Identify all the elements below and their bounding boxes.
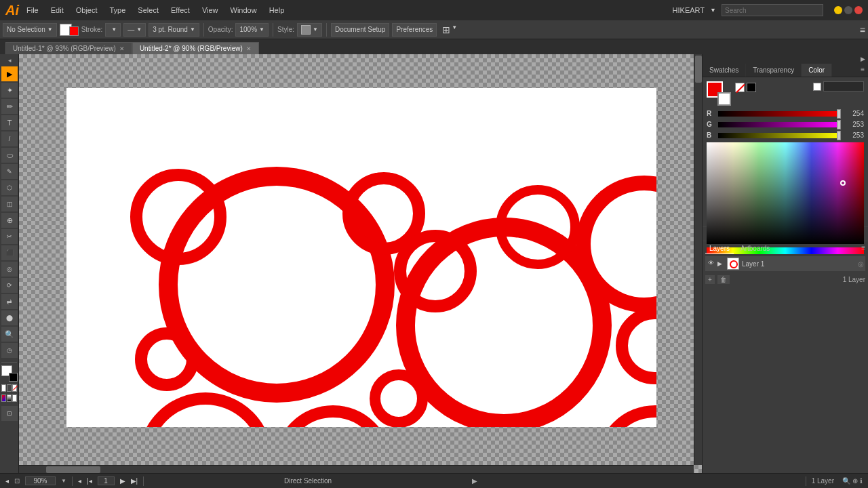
opacity-selector[interactable]: 100% ▼ [235,23,269,37]
weight-selector[interactable]: 3 pt. Round ▼ [149,23,199,37]
preferences-button[interactable]: Preferences [392,23,437,37]
fill-none-icon[interactable] [1,384,6,392]
canvas-area[interactable] [19,54,702,473]
page-input[interactable] [98,476,115,485]
zoom-input[interactable] [25,476,56,485]
status-search-icon[interactable]: 🔍 [842,477,850,485]
color-picker-handle[interactable] [840,180,846,186]
status-play-icon[interactable]: ▶ [472,477,477,485]
status-info-icon[interactable]: ℹ [860,477,863,485]
menu-view[interactable]: View [200,5,220,16]
arrange-dropdown-icon[interactable]: ▼ [452,24,457,35]
none-swatch[interactable] [735,83,745,92]
tool-gradient[interactable]: ◫ [1,197,18,211]
hex-input[interactable]: FEFDFD [823,81,864,92]
tool-blend[interactable]: ⊕ [1,213,18,228]
panel-toggle-icon[interactable]: ≡ [860,24,865,35]
tool-brush[interactable]: ✎ [1,164,18,179]
stroke-selector[interactable]: — ▼ [123,23,146,37]
menu-help[interactable]: Help [267,5,287,16]
menu-edit[interactable]: Edit [49,5,66,16]
right-collapse[interactable]: ▶ [703,54,868,64]
style-dropdown-icon[interactable]: ▼ [313,26,318,33]
close-button[interactable] [854,6,863,14]
r-slider[interactable] [718,111,840,117]
artboard-tool[interactable]: ⊡ [1,406,18,421]
tool-collapse[interactable]: ◂ [1,57,18,65]
opacity-dropdown-icon[interactable]: ▼ [259,26,264,33]
zoom-dropdown-icon[interactable]: ▼ [61,478,66,484]
color-mode-icon[interactable] [1,394,6,402]
tab-color[interactable]: Color [802,64,832,77]
document-setup-button[interactable]: Document Setup [331,23,390,37]
page-nav-last[interactable]: ▶| [131,477,138,485]
tab-swatches[interactable]: Swatches [703,64,746,77]
black-swatch[interactable] [747,83,756,92]
layer-name-label[interactable]: Layer 1 [742,260,855,268]
menu-effect[interactable]: Effect [169,5,192,16]
stroke-selector-dropdown-icon[interactable]: ▼ [136,26,142,33]
tool-direct-select[interactable]: ✦ [1,83,18,98]
tool-shape[interactable]: ⬭ [1,148,18,163]
layer-expand-icon[interactable]: ▶ [717,260,724,267]
gradient-mode-icon[interactable] [7,394,12,402]
menu-file[interactable]: File [24,5,41,16]
selection-dropdown-icon[interactable]: ▼ [47,26,53,33]
b-slider[interactable] [718,133,840,138]
horizontal-scrollbar[interactable] [19,465,694,473]
tool-zoom[interactable]: 🔍 [1,327,18,342]
search-input[interactable] [722,4,823,16]
menu-type[interactable]: Type [108,5,128,16]
layers-add-icon[interactable]: + [705,275,715,284]
layers-tab-artboards[interactable]: Artboards [736,244,774,253]
stroke-color-box[interactable] [717,92,731,106]
style-selector[interactable]: ▼ [297,23,322,37]
menu-window[interactable]: Window [229,5,259,16]
tab-transparency[interactable]: Transparency [746,64,802,77]
tool-warp[interactable]: ⬤ [1,310,18,325]
tool-pen[interactable]: ✏ [1,99,18,114]
tool-line[interactable]: / [1,131,18,146]
tool-column[interactable]: ⬛ [1,245,18,260]
stroke-dropdown[interactable]: ▼ [105,23,121,37]
page-nav-first[interactable]: |◂ [87,477,92,485]
page-nav-left[interactable]: ◂ [78,477,81,485]
menu-object[interactable]: Object [74,5,100,16]
menu-select[interactable]: Select [136,5,161,16]
tab-2[interactable]: Untitled-2* @ 90% (RGB/Preview) ✕ [132,42,259,54]
maximize-button[interactable] [844,6,852,14]
layer-visibility-icon[interactable]: 👁 [707,260,715,268]
tool-type[interactable]: T [1,115,18,130]
page-nav-right[interactable]: ▶ [120,477,125,485]
tool-eyedropper[interactable]: ◷ [1,343,18,358]
arrange-icon[interactable]: ⊞ [442,24,450,35]
vertical-scrollbar[interactable] [694,54,702,465]
app-dropdown-icon[interactable]: ▼ [710,7,716,14]
tool-pie[interactable]: ◎ [1,262,18,277]
none-icon[interactable] [12,384,17,392]
tab-1-close[interactable]: ✕ [119,45,125,52]
tab-2-close[interactable]: ✕ [246,45,252,52]
tool-mesh[interactable]: ⬡ [1,180,18,195]
tool-select[interactable]: ▶ [1,66,18,81]
tool-rotate[interactable]: ⟳ [1,278,18,293]
stroke-color-icon[interactable] [7,384,12,392]
layers-panel-options[interactable]: ≡ [861,244,865,253]
weight-dropdown-icon[interactable]: ▼ [190,26,195,33]
tab-1[interactable]: Untitled-1* @ 93% (RGB/Preview) ✕ [5,42,132,54]
tool-mirror[interactable]: ⇄ [1,294,18,309]
tool-symbol[interactable]: ✂ [1,229,18,244]
layer-target-icon[interactable]: ◎ [858,260,864,268]
stroke-swatch[interactable] [69,26,79,36]
pattern-mode-icon[interactable] [12,394,17,402]
minimize-button[interactable] [834,6,842,14]
status-nav-icon[interactable]: ⊕ [852,477,858,485]
stroke-dropdown-icon[interactable]: ▼ [111,26,117,33]
panel-options-icon[interactable]: ≡ [857,64,868,77]
g-slider[interactable] [718,122,840,127]
layers-delete-icon[interactable]: 🗑 [717,275,730,284]
status-arrow-left[interactable]: ◂ [5,477,9,485]
layers-tab-layers[interactable]: Layers [705,244,734,253]
fill-stroke-widget[interactable] [1,365,18,382]
color-picker[interactable] [707,142,864,244]
